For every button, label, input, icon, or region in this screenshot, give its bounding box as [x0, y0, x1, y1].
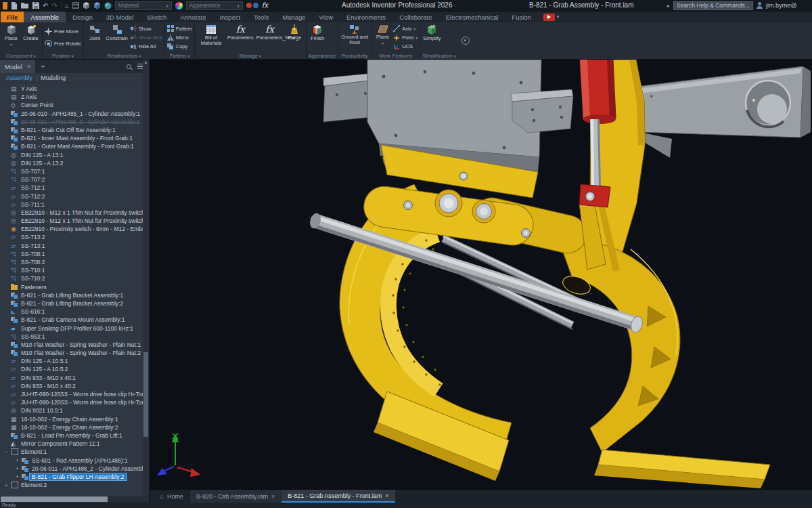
sheet-icon[interactable]: [72, 2, 79, 9]
pattern-button[interactable]: Pattern: [167, 24, 192, 33]
new-file-icon[interactable]: [11, 2, 18, 9]
tree-item[interactable]: ▱DIN 933 - M10 x 40:2: [0, 382, 149, 390]
tree-item[interactable]: ▱DIN 125 - A 10.5:1: [0, 357, 149, 365]
add-panel-tab-button[interactable]: +: [35, 62, 50, 70]
tree-item[interactable]: B-821 - Grab Cut Off Bar Assembly:1: [0, 126, 149, 134]
tree-item[interactable]: B-821 - Load Pin Assembly - Grab Lift:1: [0, 431, 149, 440]
tree-item[interactable]: Fasteners: [0, 283, 149, 291]
open-icon[interactable]: [21, 2, 29, 9]
undo-icon[interactable]: ↶: [43, 2, 48, 9]
parameters-button[interactable]: fx Parameters: [227, 23, 254, 52]
tree-item[interactable]: ◹SS-707:1: [0, 167, 149, 175]
ribbon-options-button[interactable]: [461, 37, 470, 45]
productivity-group-label[interactable]: Productivity: [340, 52, 369, 59]
sphere-icon[interactable]: [104, 2, 112, 9]
work-features-group-label[interactable]: Work Features: [374, 52, 418, 59]
tree-item[interactable]: ◎EB22910 - M12 x 1 Thin Nut for Proximit…: [0, 217, 149, 225]
ground-and-root-button[interactable]: Ground and Root: [340, 23, 369, 52]
tree-item[interactable]: ▱SS-713:2: [0, 233, 149, 241]
relationships-group-label[interactable]: Relationships: [86, 52, 162, 59]
parameters-new-button[interactable]: fx Parameters_New: [256, 23, 284, 52]
redo-icon[interactable]: ↷: [51, 2, 57, 9]
tree-item[interactable]: ◹SS-708:2: [0, 258, 149, 266]
close-icon[interactable]: ×: [271, 493, 275, 500]
material-dropdown[interactable]: Material: [115, 1, 172, 10]
tree-horizontal-scrollbar[interactable]: [0, 496, 149, 503]
close-icon[interactable]: ×: [27, 63, 30, 70]
simplification-group-label[interactable]: Simplification: [422, 52, 455, 59]
chevron-down-icon[interactable]: ▾: [557, 14, 560, 20]
manage-group-label[interactable]: Manage: [197, 52, 304, 59]
ribbon-tab-sketch[interactable]: Sketch: [140, 12, 173, 22]
tree-item[interactable]: ◎EB22910 - M12 x 1 Thin Nut for Proximit…: [0, 209, 149, 217]
tree-item[interactable]: B-821 - Grab Lifting Bracket Assembly:2: [0, 299, 149, 308]
tree-item[interactable]: +20-06-011 - APH1486_2 - Cylinder Assemb…: [0, 465, 149, 473]
tree-item[interactable]: ◭Mirror Component Pattern 11:1: [0, 440, 149, 448]
simplify-button[interactable]: Simplify: [422, 23, 441, 52]
appearance-group-label[interactable]: Appearance: [309, 52, 336, 59]
tab-grab-assembly[interactable]: B-821 - Grab Assembly - Front.iam ×: [281, 490, 394, 503]
tree-item[interactable]: B-821 - Grab Camera Mount Assembly:1: [0, 316, 149, 324]
ribbon-tab-fusion[interactable]: Fusion: [505, 12, 538, 22]
parameters-quick-icon[interactable]: fx: [262, 2, 268, 9]
point-button[interactable]: Point: [393, 34, 418, 42]
tree-item[interactable]: 20-06-010 - APH1485_1 - Cylinder Assembl…: [0, 110, 149, 118]
tree-item[interactable]: ◣SS-616:1: [0, 308, 149, 316]
tree-item[interactable]: ◹SS-708:1: [0, 250, 149, 258]
tree-item[interactable]: ▦16-10-002 - Energy Chain Assembly:1: [0, 415, 149, 423]
subtab-assembly[interactable]: Assembly: [6, 75, 32, 81]
scrollbar-thumb[interactable]: [1, 496, 108, 502]
tree-item[interactable]: ▦16-10-002 - Energy Chain Assembly:2: [0, 423, 149, 431]
search-input[interactable]: [673, 1, 753, 10]
tree-item[interactable]: M10 Flat Washer - Spring Washer - Plain …: [0, 341, 149, 349]
copy-button[interactable]: Copy: [167, 43, 192, 51]
ribbon-tab-3d-model[interactable]: 3D Model: [99, 12, 141, 22]
finish-button[interactable]: Finish: [309, 23, 327, 52]
tree-item[interactable]: 20-06-011 - APH1486_2 - Cylinder Assembl…: [0, 118, 149, 126]
close-icon[interactable]: ×: [385, 492, 388, 499]
tree-expander[interactable]: +: [5, 482, 11, 488]
purge-button[interactable]: Purge: [286, 23, 304, 52]
tree-expander[interactable]: −: [5, 449, 11, 455]
pattern-group-label[interactable]: Pattern: [167, 52, 192, 59]
ribbon-tab-annotate[interactable]: Annotate: [173, 12, 212, 22]
tree-item[interactable]: M10 Flat Washer - Spring Washer - Plain …: [0, 349, 149, 357]
ribbon-tab-tools[interactable]: Tools: [247, 12, 275, 22]
tree-item[interactable]: ▱DIN 125 - A 10.5:2: [0, 365, 149, 373]
hide-all-button[interactable]: Hide All: [130, 43, 162, 51]
tab-cab-assembly[interactable]: B-820 - Cab Assembly.iam ×: [190, 490, 281, 503]
scrollbar-thumb[interactable]: [143, 352, 148, 437]
tree-expander[interactable]: +: [16, 465, 22, 471]
user-name[interactable]: jim.byrne@: [766, 2, 809, 9]
ribbon-tab-view[interactable]: View: [313, 12, 340, 22]
free-move-button[interactable]: Free Move: [45, 28, 81, 36]
subtab-modeling[interactable]: Modeling: [41, 75, 66, 81]
position-group-label[interactable]: Position: [45, 52, 81, 59]
tree-item[interactable]: ◹SS-710:2: [0, 274, 149, 282]
tree-item[interactable]: ◎DIN 125 - A 13:1: [0, 151, 149, 159]
tree-expander[interactable]: +: [16, 473, 22, 480]
component-group-label[interactable]: Component: [2, 52, 40, 59]
tree-item[interactable]: ▱SS-712:2: [0, 192, 149, 200]
search-collapse-icon[interactable]: ▸: [667, 3, 670, 9]
tab-home[interactable]: ⌂ Home: [154, 490, 189, 503]
measure-cube-icon[interactable]: [93, 2, 101, 9]
tree-expander[interactable]: +: [16, 457, 22, 463]
tree-item[interactable]: ▱SS-712:1: [0, 184, 149, 192]
tree-vertical-scrollbar[interactable]: ▲: [143, 60, 149, 503]
axis-button[interactable]: Axis: [393, 24, 418, 33]
free-rotate-button[interactable]: Free Rotate: [45, 39, 81, 47]
ribbon-tab-inspect[interactable]: Inspect: [212, 12, 247, 22]
bill-of-materials-button[interactable]: Bill of Materials: [197, 23, 225, 52]
tree-item[interactable]: +SS-601 - Rod Assembly (APH1486):1: [0, 456, 149, 464]
ribbon-tab-file[interactable]: File: [1, 12, 24, 22]
tree-item[interactable]: ◎DIN 125 - A 13:2: [0, 159, 149, 167]
app-logo[interactable]: [3, 2, 7, 9]
ribbon-tab-electromechanical[interactable]: Electromechanical: [439, 12, 505, 22]
tree-item[interactable]: B-821 - Grab Lifting Bracket Assembly:1: [0, 291, 149, 299]
place-button[interactable]: Place: [2, 23, 20, 52]
ribbon-tab-design[interactable]: Design: [66, 12, 99, 22]
show-button[interactable]: Show: [130, 24, 162, 33]
tree-item[interactable]: ◹SS-953:1: [0, 333, 149, 341]
tree-item[interactable]: ◎DIN 9021 10.5:1: [0, 406, 149, 415]
